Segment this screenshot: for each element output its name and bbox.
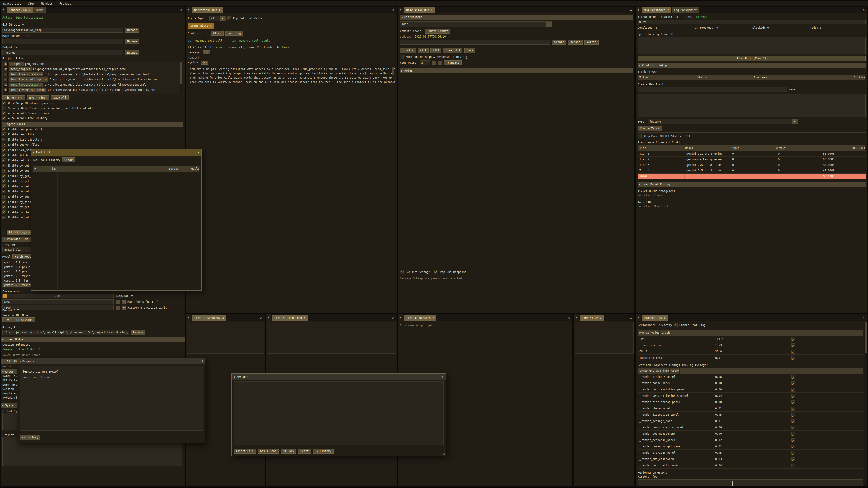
pop-out-message-checkbox[interactable] [400,270,404,274]
panel-close-icon[interactable]: X [627,314,634,321]
pop-out-tool-calls-checkbox[interactable] [227,17,231,20]
tab-operations-hub[interactable]: Operations HubX [192,7,223,13]
menu-item[interactable]: manual slop [3,2,21,5]
tool-calls-titlebar[interactable]: ▼ Tool Calls X [31,149,202,156]
tab-discussion-hub[interactable]: Discussion HubX [404,7,435,13]
close-icon[interactable]: X [664,317,665,320]
graph-checkbox[interactable] [792,344,795,347]
close-icon[interactable]: X [222,317,224,320]
graph-checkbox[interactable] [792,419,795,423]
panel-close-icon[interactable]: X [390,6,397,13]
auto-add-checkbox[interactable] [400,55,404,59]
tab-diagnostics[interactable]: DiagnosticsX [642,315,668,321]
graph-checkbox[interactable] [792,432,795,436]
dock-arrow-icon[interactable]: ▼ [574,314,579,321]
graph-checkbox[interactable] [792,337,795,341]
main-context-browse-button[interactable]: Browse [125,39,139,44]
agent-tool-checkbox[interactable] [2,174,6,178]
expand-message-button[interactable]: [+] [203,51,210,55]
create-discussion-button[interactable]: Create [552,39,566,44]
panel-close-icon[interactable]: X [390,314,397,321]
project-tag[interactable]: temp_liveexecutionsim [9,88,46,92]
remove-file-button[interactable]: x [4,67,8,71]
agent-tool-checkbox[interactable] [2,205,6,209]
reset-cli-session-button[interactable]: Reset CLI Session [2,318,35,322]
close-icon[interactable]: X [304,317,306,320]
remove-file-button[interactable]: x [4,62,8,66]
expand-system-button[interactable]: [+] [201,61,209,65]
close-icon[interactable]: X [198,151,199,154]
graph-checkbox[interactable] [792,394,795,398]
graph-checkbox[interactable] [792,400,795,404]
max-tokens-minus-button[interactable]: - [116,300,120,304]
project-file-row[interactable]: x temp_livetoolssim * C:\projects\manual… [3,82,183,87]
agent-tool-checkbox[interactable] [2,210,6,214]
project-file-row[interactable]: x temp_liveexecutionsim C:\projects\manu… [3,87,183,92]
graph-checkbox[interactable] [792,407,795,411]
close-icon[interactable]: X [667,9,669,12]
tier2-output-area[interactable] [267,322,396,354]
keep-pairs-minus-button[interactable]: - [432,61,436,65]
project-tag[interactable]: temp_project [9,67,32,71]
agent-tool-checkbox[interactable] [2,158,6,162]
tab-tier2-tech-lead[interactable]: Tier 2: Tech LeadX [272,315,308,321]
close-icon[interactable]: X [442,375,443,379]
create-track-button[interactable]: Create Track [638,126,662,131]
project-tag[interactable]: temp_liveaisettingssim [9,77,48,82]
epic-planning-textarea[interactable] [638,37,866,54]
tab-tier4-qa[interactable]: Tier 4: QAX [580,315,604,321]
message-titlebar[interactable]: ▼ Message X [232,374,445,380]
menu-item[interactable]: View [28,2,34,5]
history-action-button[interactable]: -All [418,48,429,53]
scrollbar[interactable] [180,61,182,94]
close-icon[interactable]: X [29,231,30,234]
agent-tool-row[interactable]: Enable search_files [2,142,183,147]
response-to-history-button[interactable]: -> History [20,435,40,440]
dock-arrow-icon[interactable]: ▼ [186,314,191,321]
scrollbar[interactable] [864,315,867,486]
temperature-slider[interactable]: 0.00 [2,294,114,298]
agent-tool-checkbox[interactable] [2,200,6,204]
menu-item[interactable]: Project [59,2,71,5]
max-tokens-input[interactable]: 8192 [2,299,114,304]
agent-tool-checkbox[interactable] [2,169,6,173]
output-browse-button[interactable]: Browse [125,50,139,55]
project-tag[interactable]: temp_livecontextsim [9,72,43,76]
remove-file-button[interactable]: x [4,83,8,87]
option-checkbox[interactable] [2,106,6,110]
project-file-row[interactable]: x temp_liveaisettingssim C:\projects\man… [3,77,183,82]
tab-ai-settings[interactable]: AI SettingsX [6,230,33,235]
system-prompt-preview[interactable]: You are a helpful coding assistant with … [188,66,395,83]
agent-tool-checkbox[interactable] [2,143,6,147]
project-tag[interactable]: project [9,62,24,66]
tab-tier1-strategy[interactable]: Tier 1: StrategyX [192,315,226,321]
panel-close-icon[interactable]: X [860,6,867,13]
pop-out-response-checkbox[interactable] [434,270,438,274]
close-icon[interactable]: X [431,9,433,12]
agent-tool-row[interactable]: Enable run_powershell [2,127,183,132]
message-action-button[interactable]: MD Only [281,449,297,454]
git-directory-input[interactable]: C:\projects\manual_slop [2,28,123,33]
project-file-row[interactable]: x project project.toml [3,61,183,66]
keep-pairs-input[interactable]: 2 [420,60,430,65]
option-row[interactable]: Auto-scroll Comms History [2,111,183,115]
keep-pairs-plus-button[interactable]: + [438,61,442,65]
main-context-file-input[interactable] [2,39,123,44]
tier4-output-area[interactable] [575,322,633,354]
message-textarea[interactable] [234,381,444,445]
graph-checkbox[interactable] [792,350,795,354]
step-mode-checkbox[interactable] [638,134,642,138]
tab-theme[interactable]: Theme [33,7,46,13]
delete-discussion-button[interactable]: Delete [584,39,598,44]
agent-tool-checkbox[interactable] [2,216,6,219]
tier-model-config-header[interactable]: ▶Tier Model Config [638,182,866,187]
close-icon[interactable]: X [433,317,434,320]
response-content[interactable]: [GEMINI_CLI API ERROR] subprocess timeou… [20,366,203,431]
graph-checkbox[interactable] [792,438,795,442]
project-action-button[interactable]: Save All [51,95,69,100]
load-log-button[interactable]: Load Log [225,31,243,36]
history-limit-input[interactable]: 8000 [2,305,114,310]
project-file-row[interactable]: x temp_livecontextsim C:\projects\manual… [3,72,183,77]
tab-context-hub[interactable]: Context HubX [6,7,33,13]
agent-tools-header[interactable]: ▼Agent Tools [2,122,183,127]
